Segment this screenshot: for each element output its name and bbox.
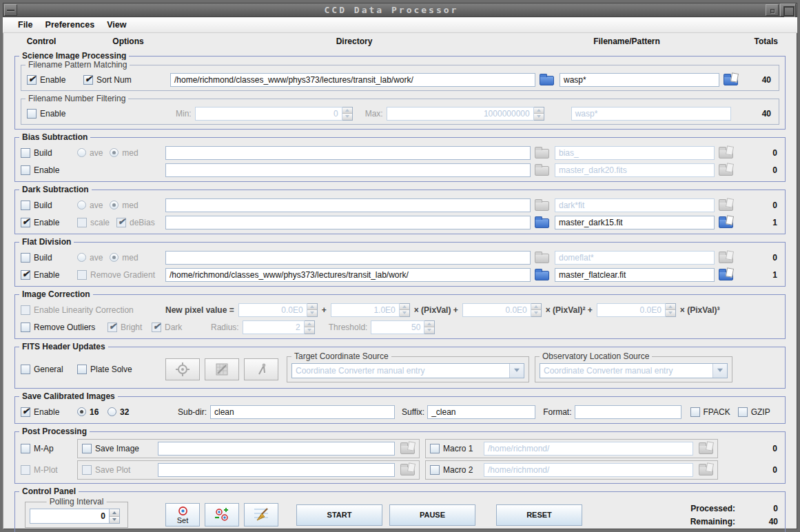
bright-checkbox[interactable]: Bright	[107, 323, 152, 332]
flat-enable-directory-field[interactable]: /home/richmond/classes_www/phys373/lectu…	[165, 268, 531, 282]
bias-med-radio[interactable]: med	[110, 148, 138, 158]
dark-med-radio[interactable]: med	[110, 201, 138, 210]
science-filename-pattern-field[interactable]: wasp*	[560, 73, 719, 87]
coeff0-spinner[interactable]	[307, 303, 318, 317]
chevron-down-icon[interactable]	[509, 364, 524, 378]
maximize-icon[interactable]	[780, 3, 796, 17]
subdir-field[interactable]: clean	[210, 405, 395, 419]
menu-preferences[interactable]: Preferences	[39, 18, 101, 32]
macro1-path-field[interactable]: /home/richmond/	[484, 442, 693, 456]
start-button[interactable]: START	[296, 504, 382, 526]
flat-build-filename-field[interactable]: domeflat*	[555, 251, 715, 265]
flat-ave-radio[interactable]: ave	[77, 253, 103, 263]
target-coordinate-source-dropdown[interactable]: Coordinate Converter manual entry	[291, 363, 524, 378]
bits-16-radio[interactable]: 16	[77, 407, 107, 417]
flat-master-file-field[interactable]: master_flatclear.fit	[555, 268, 715, 282]
dark-master-file-field[interactable]: master_dark15.fit	[555, 216, 715, 229]
pause-button[interactable]: PAUSE	[389, 504, 475, 526]
bias-master-file-field[interactable]: master_dark20.fits	[555, 163, 715, 177]
science-directory-field[interactable]: /home/richmond/classes_www/phys373/lectu…	[170, 73, 535, 87]
folder-open-icon[interactable]	[400, 444, 415, 454]
multi-aperture-checkbox[interactable]: M-Ap	[21, 444, 77, 453]
bias-build-filename-field[interactable]: bias_	[555, 146, 715, 160]
compass-pen-icon[interactable]	[244, 358, 278, 380]
folder-closed-icon[interactable]	[535, 254, 549, 263]
save-plot-checkbox[interactable]: Save Plot	[82, 465, 154, 475]
observatory-location-source-dropdown[interactable]: Coordinate Converter manual entry	[540, 363, 728, 378]
coeff3-spinner[interactable]	[666, 303, 676, 317]
folder-open-icon[interactable]	[719, 149, 733, 158]
minimize-icon[interactable]	[766, 4, 779, 16]
folder-open-icon[interactable]	[719, 201, 733, 211]
coeff1-spinner[interactable]	[400, 303, 410, 317]
max-spinner[interactable]	[534, 107, 544, 121]
remove-outliers-checkbox[interactable]: Remove Outliers	[21, 323, 107, 332]
save-plot-path-field[interactable]	[158, 463, 395, 477]
broom-clear-icon[interactable]	[244, 503, 278, 526]
menu-view[interactable]: View	[101, 18, 132, 32]
dark-outlier-checkbox[interactable]: Dark	[152, 323, 197, 332]
dark-enable-checkbox[interactable]: Enable	[21, 218, 77, 227]
flat-build-checkbox[interactable]: Build	[21, 253, 77, 263]
dark-build-directory-field[interactable]	[165, 198, 531, 212]
fpack-checkbox[interactable]: FPACK	[690, 407, 730, 417]
coeff2-field[interactable]: 0.0E0	[462, 303, 531, 317]
folder-open-icon[interactable]	[719, 218, 733, 228]
coeff1-field[interactable]: 1.0E0	[331, 303, 400, 317]
folder-closed-icon[interactable]	[540, 76, 554, 85]
flat-med-radio[interactable]: med	[110, 253, 138, 263]
fits-plate-solve-checkbox[interactable]: Plate Solve	[77, 365, 132, 374]
max-field[interactable]: 1000000000	[387, 107, 534, 121]
macro2-path-field[interactable]: /home/richmond/	[484, 463, 693, 477]
linearity-checkbox[interactable]: Enable Linearity Correction	[21, 305, 165, 315]
coeff3-field[interactable]: 0.0E0	[597, 303, 666, 317]
dark-enable-directory-field[interactable]	[165, 216, 531, 229]
folder-closed-icon[interactable]	[535, 218, 549, 228]
multi-plot-checkbox[interactable]: M-Plot	[21, 465, 77, 475]
min-spinner[interactable]	[342, 107, 353, 121]
gzip-checkbox[interactable]: GZIP	[738, 407, 770, 417]
plate-solve-icon[interactable]	[205, 358, 239, 380]
macro2-checkbox[interactable]: Macro 2	[430, 465, 480, 475]
bias-enable-directory-field[interactable]	[165, 163, 531, 177]
flat-enable-checkbox[interactable]: Enable	[21, 270, 77, 280]
radius-field[interactable]: 2	[243, 320, 305, 334]
save-image-checkbox[interactable]: Save Image	[82, 444, 154, 453]
filter-filename-field[interactable]: wasp*	[571, 107, 731, 121]
menu-file[interactable]: File	[12, 18, 39, 32]
flat-build-directory-field[interactable]	[165, 251, 531, 265]
fits-general-checkbox[interactable]: General	[21, 365, 77, 374]
coeff0-field[interactable]: 0.0E0	[238, 303, 307, 317]
save-enable-checkbox[interactable]: Enable	[21, 407, 77, 417]
dark-scale-checkbox[interactable]: scale	[77, 218, 110, 227]
folder-closed-icon[interactable]	[535, 201, 549, 211]
folder-open-icon[interactable]	[719, 271, 733, 280]
polling-spinner[interactable]	[110, 509, 120, 524]
bits-32-radio[interactable]: 32	[107, 407, 145, 417]
target-crosshair-icon[interactable]	[165, 358, 200, 380]
filter-enable-checkbox[interactable]: Enable	[27, 109, 83, 119]
bias-build-checkbox[interactable]: Build	[21, 148, 77, 158]
macro1-checkbox[interactable]: Macro 1	[430, 444, 480, 453]
pattern-sort-num-checkbox[interactable]: Sort Num	[83, 75, 170, 85]
save-image-path-field[interactable]	[158, 442, 395, 456]
chevron-down-icon[interactable]	[712, 364, 727, 378]
coeff2-spinner[interactable]	[531, 303, 542, 317]
folder-closed-icon[interactable]	[535, 166, 549, 176]
folder-closed-icon[interactable]	[535, 149, 549, 158]
bias-build-directory-field[interactable]	[165, 146, 531, 160]
threshold-spinner[interactable]	[424, 320, 435, 334]
aperture-settings-icon[interactable]	[205, 503, 239, 526]
reset-button[interactable]: RESET	[496, 504, 582, 526]
folder-open-icon[interactable]	[699, 444, 713, 454]
dark-ave-radio[interactable]: ave	[77, 201, 103, 210]
folder-open-icon[interactable]	[699, 466, 713, 475]
flat-remove-gradient-checkbox[interactable]: Remove Gradient	[77, 270, 155, 280]
folder-open-icon[interactable]	[719, 254, 733, 263]
radius-spinner[interactable]	[305, 320, 315, 334]
bias-enable-checkbox[interactable]: Enable	[21, 165, 77, 175]
bias-ave-radio[interactable]: ave	[77, 148, 103, 158]
pattern-enable-checkbox[interactable]: Enable	[27, 75, 83, 85]
dark-build-checkbox[interactable]: Build	[21, 201, 77, 210]
dark-debias-checkbox[interactable]: deBias	[116, 218, 155, 227]
